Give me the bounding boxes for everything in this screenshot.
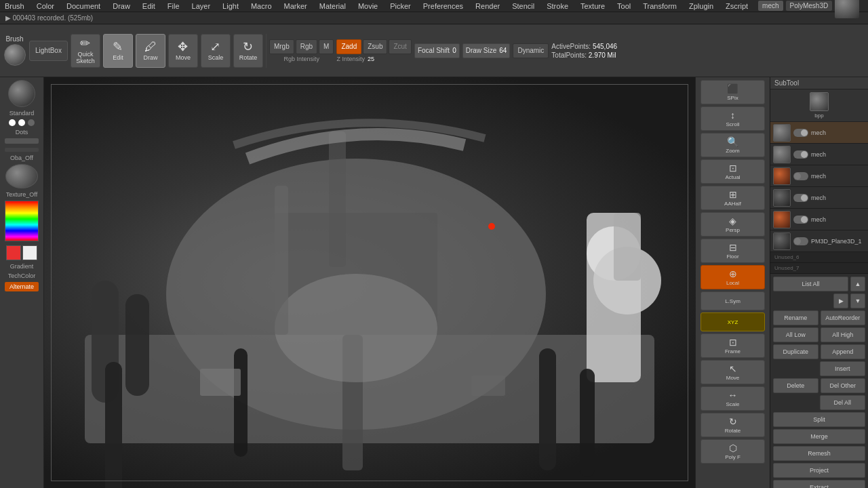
menu-color[interactable]: Color (35, 2, 56, 10)
subtool-item-2[interactable]: mech (770, 144, 868, 165)
scroll-button[interactable]: ↕ Scroll (701, 106, 765, 131)
del-all-button[interactable]: Del All (820, 395, 866, 410)
del-other-button[interactable]: Del Other (821, 378, 866, 393)
rename-button[interactable]: Rename (773, 310, 818, 325)
persp-button[interactable]: ◈ Persp (701, 212, 765, 237)
up-arrow-button[interactable]: ▲ (850, 277, 865, 291)
subtool-item-3[interactable]: mech (770, 165, 868, 187)
right-arrow-button[interactable]: ▶ (833, 293, 848, 308)
insert-button[interactable]: Insert (820, 361, 866, 376)
rgb-button[interactable]: Rgb (296, 39, 317, 54)
menu-tool[interactable]: Tool (615, 2, 633, 10)
menu-material[interactable]: Material (317, 2, 348, 10)
menu-render[interactable]: Render (473, 2, 502, 10)
remesh-button[interactable]: Remesh (773, 446, 865, 461)
texture-ball[interactable] (5, 164, 38, 188)
menu-light[interactable]: Light (220, 2, 241, 10)
swatch-white[interactable] (22, 245, 37, 260)
zcut-button[interactable]: Zcut (389, 39, 411, 54)
menu-zplugin[interactable]: Zplugin (687, 2, 715, 10)
dot-gray (28, 119, 35, 126)
aahalf-button[interactable]: ⊞ AAHalf (701, 186, 765, 210)
menu-movie[interactable]: Movie (356, 2, 380, 10)
subtool-item-5[interactable]: mech (770, 209, 868, 230)
subtool-toggle-pm3d[interactable] (793, 237, 808, 245)
menu-edit[interactable]: Edit (140, 2, 157, 10)
list-all-button[interactable]: List All (773, 277, 848, 291)
menu-zscript[interactable]: Zscript (724, 2, 750, 10)
menu-stroke[interactable]: Stroke (545, 2, 570, 10)
edit-button[interactable]: ✎ Edit (103, 34, 133, 68)
move-rt-button[interactable]: ↖ Move (701, 360, 765, 384)
delete-button[interactable]: Delete (773, 378, 818, 393)
merge-button[interactable]: Merge (773, 429, 865, 444)
lightbox-button[interactable]: LightBox (29, 41, 68, 61)
menu-picker[interactable]: Picker (388, 2, 413, 10)
quick-sketch-button[interactable]: ✏ Quick Sketch (71, 34, 100, 68)
menu-layer[interactable]: Layer (190, 2, 213, 10)
color-gradient[interactable] (5, 201, 39, 241)
zsub-button[interactable]: Zsub (363, 39, 387, 54)
xyz-button[interactable]: XYZ (701, 312, 765, 331)
draw-size-slider[interactable]: Draw Size 64 (462, 43, 511, 58)
subtool-toggle-3[interactable] (793, 172, 808, 180)
draw-label: Draw (143, 54, 157, 61)
zadd-button[interactable]: Zadd (336, 39, 361, 54)
swatch-color[interactable] (6, 245, 21, 260)
down-arrow-button[interactable]: ▼ (850, 293, 865, 308)
scale-rt-button[interactable]: ↔ Scale (701, 386, 765, 411)
subtool-toggle-4[interactable] (793, 194, 808, 202)
extract-button[interactable]: Extract (773, 480, 865, 488)
polyf-button[interactable]: ⬡ Poly F (701, 439, 765, 464)
brush-icon[interactable] (4, 44, 26, 66)
material-sphere[interactable] (8, 80, 35, 107)
subtool-item-pm3d[interactable]: PM3D_Plane3D_1 (770, 230, 868, 252)
actual-button[interactable]: ⊡ Actual (701, 159, 765, 184)
auto-reorder-button[interactable]: AutoReorder (821, 310, 866, 325)
all-high-button[interactable]: All High (821, 327, 866, 342)
menu-document[interactable]: Document (64, 2, 102, 10)
subtool-item-4[interactable]: mech (770, 187, 868, 209)
spix-button[interactable]: ⬛ SPix (701, 80, 765, 104)
local-button[interactable]: ⊕ Local (701, 265, 765, 289)
project-row: Project (773, 463, 865, 478)
project-button[interactable]: Project (773, 463, 865, 478)
dynamic-button[interactable]: Dynamic (513, 43, 549, 58)
st-thumb1[interactable] (810, 92, 829, 111)
append-button[interactable]: Append (821, 344, 866, 359)
menu-file[interactable]: File (165, 2, 182, 10)
all-low-button[interactable]: All Low (773, 327, 818, 342)
menu-brush[interactable]: Brush (3, 2, 26, 10)
subtool-toggle-1[interactable] (793, 129, 808, 137)
zoom-button[interactable]: 🔍 Zoom (701, 133, 765, 157)
scale-button[interactable]: ⤢ Scale (201, 34, 231, 68)
subtool-toggle-5[interactable] (793, 216, 808, 224)
subtool-toggle-2[interactable] (793, 150, 808, 159)
subtool-item-1[interactable]: mech (770, 122, 868, 144)
menu-macro[interactable]: Macro (249, 2, 274, 10)
menu-stencil[interactable]: Stencil (510, 2, 536, 10)
focal-shift-slider[interactable]: Focal Shift 0 (414, 43, 460, 58)
duplicate-button[interactable]: Duplicate (773, 344, 818, 359)
move-button[interactable]: ✥ Move (168, 34, 198, 68)
brush-header-label: Brush (5, 35, 23, 43)
delall-row: Del All (773, 395, 865, 410)
floor-button[interactable]: ⊟ Floor (701, 239, 765, 263)
alternate-button[interactable]: Alternate (5, 282, 39, 291)
mrgb-button[interactable]: Mrgb (269, 39, 294, 54)
menu-marker[interactable]: Marker (282, 2, 309, 10)
draw-size-label: Draw Size (466, 47, 497, 54)
m-button[interactable]: M (319, 39, 334, 54)
split-button[interactable]: Split (773, 412, 865, 427)
menu-texture[interactable]: Texture (578, 2, 607, 10)
viewport[interactable] (44, 77, 695, 488)
rotate-rt-button[interactable]: ↻ Rotate (701, 413, 765, 437)
menu-preferences[interactable]: Preferences (421, 2, 465, 10)
draw-button[interactable]: 🖊 Draw (136, 34, 165, 68)
menu-draw[interactable]: Draw (111, 2, 132, 10)
menu-transform[interactable]: Transform (641, 2, 679, 10)
rotate-button[interactable]: ↻ Rotate (233, 34, 263, 68)
frame-button[interactable]: ⊡ Frame (701, 333, 765, 358)
move-rt-label: Move (726, 375, 740, 381)
lsym-button[interactable]: L.Sym (701, 291, 765, 310)
